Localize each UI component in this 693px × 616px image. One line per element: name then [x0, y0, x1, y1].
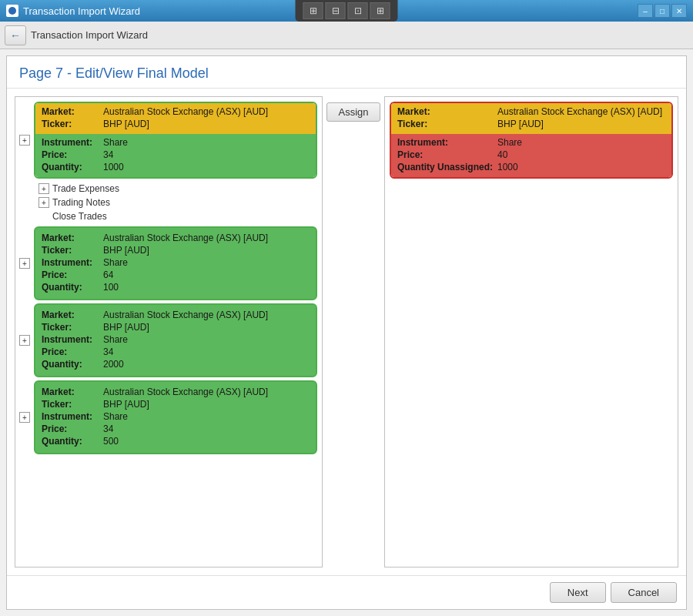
market-value-1: Australian Stock Exchange (ASX) [AUD]: [103, 106, 268, 117]
content-area: + Market: Australian Stock Exchange (ASX…: [7, 89, 686, 575]
right-instrument-value: Share: [497, 137, 522, 148]
next-button[interactable]: Next: [550, 582, 606, 603]
market-value-4: Australian Stock Exchange (ASX) [AUD]: [103, 387, 268, 397]
toolbar: ← Transaction Import Wizard: [0, 22, 693, 49]
cancel-button[interactable]: Cancel: [611, 582, 677, 603]
instrument-value-3: Share: [103, 334, 128, 345]
footer: Next Cancel: [7, 575, 686, 609]
market-value-3: Australian Stock Exchange (ASX) [AUD]: [103, 310, 268, 320]
trade-card-1[interactable]: Market: Australian Stock Exchange (ASX) …: [34, 102, 317, 179]
quantity-label-3: Quantity:: [42, 359, 103, 370]
price-label-3: Price:: [42, 346, 103, 357]
right-trade-card[interactable]: Market: Australian Stock Exchange (ASX) …: [390, 102, 673, 179]
instrument-label-3: Instrument:: [42, 334, 103, 345]
toolbar-icon-2[interactable]: ⊟: [326, 2, 346, 19]
assign-button[interactable]: Assign: [326, 102, 380, 122]
toolbar-icon-4[interactable]: ⊞: [370, 2, 390, 19]
right-market-label: Market:: [397, 106, 497, 117]
card3-container: + Market: Australian Stock Exchange (ASX…: [20, 303, 317, 377]
back-button[interactable]: ←: [5, 25, 26, 45]
tree-item-close-trades[interactable]: Close Trades: [35, 209, 317, 223]
toolbar-icon-1[interactable]: ⊞: [303, 2, 323, 19]
app-icon: [6, 5, 18, 17]
quantity-value-4: 500: [103, 436, 119, 447]
price-label-1: Price:: [42, 149, 103, 160]
trade-card-2[interactable]: Market: Australian Stock Exchange (ASX) …: [34, 226, 317, 300]
svg-point-0: [8, 7, 16, 15]
right-instrument-label: Instrument:: [397, 137, 497, 148]
ticker-value-4: BHP [AUD]: [103, 399, 149, 410]
right-market-value: Australian Stock Exchange (ASX) [AUD]: [497, 106, 662, 117]
card2-expand[interactable]: +: [19, 258, 30, 269]
quantity-value-2: 100: [103, 282, 119, 293]
card1-expand[interactable]: +: [19, 135, 30, 146]
market-label-4: Market:: [42, 387, 103, 397]
right-ticker-label: Ticker:: [397, 119, 497, 129]
quantity-value-1: 1000: [103, 162, 124, 172]
right-quantity-unassigned-label: Quantity Unassigned:: [397, 162, 497, 172]
ticker-label-1: Ticker:: [42, 119, 103, 129]
expand-trading-notes[interactable]: +: [38, 197, 49, 208]
close-trades-label: Close Trades: [52, 211, 107, 222]
tree-section: + Trade Expenses + Trading Notes Close T…: [20, 182, 317, 223]
market-label-1: Market:: [42, 106, 103, 117]
market-label-3: Market:: [42, 310, 103, 320]
card3-expand[interactable]: +: [19, 335, 30, 346]
close-button[interactable]: ✕: [671, 4, 687, 18]
toolbar-icon-3[interactable]: ⊡: [348, 2, 368, 19]
ticker-value-2: BHP [AUD]: [103, 245, 149, 256]
tree-item-trading-notes[interactable]: + Trading Notes: [35, 196, 317, 209]
page-header: Page 7 - Edit/View Final Model: [7, 56, 686, 89]
instrument-value-4: Share: [103, 411, 128, 422]
quantity-label-4: Quantity:: [42, 436, 103, 447]
card2-container: + Market: Australian Stock Exchange (ASX…: [20, 226, 317, 300]
card4-expand[interactable]: +: [19, 412, 30, 423]
price-value-3: 34: [103, 346, 113, 357]
instrument-value-2: Share: [103, 257, 128, 268]
card1-container: + Market: Australian Stock Exchange (ASX…: [20, 102, 317, 179]
right-price-label: Price:: [397, 149, 497, 160]
instrument-label-1: Instrument:: [42, 137, 103, 148]
price-value-2: 64: [103, 270, 113, 280]
middle-panel: Assign: [323, 96, 384, 567]
main-window: Page 7 - Edit/View Final Model + Market:…: [6, 55, 687, 610]
tree-item-trade-expenses[interactable]: + Trade Expenses: [35, 182, 317, 196]
right-ticker-value: BHP [AUD]: [497, 119, 544, 129]
page-title: Page 7 - Edit/View Final Model: [19, 65, 674, 82]
left-panel: + Market: Australian Stock Exchange (ASX…: [15, 96, 323, 567]
ticker-value-1: BHP [AUD]: [103, 119, 149, 129]
instrument-value-1: Share: [103, 137, 128, 148]
window-title: Transaction Import Wizard: [23, 5, 140, 17]
price-value-1: 34: [103, 149, 113, 160]
right-panel: Market: Australian Stock Exchange (ASX) …: [384, 96, 678, 567]
toolbar-title: Transaction Import Wizard: [31, 29, 148, 41]
trade-card-4[interactable]: Market: Australian Stock Exchange (ASX) …: [34, 380, 317, 454]
ticker-value-3: BHP [AUD]: [103, 322, 149, 333]
right-price-value: 40: [497, 149, 507, 160]
expand-trade-expenses[interactable]: +: [38, 183, 49, 194]
market-value-2: Australian Stock Exchange (ASX) [AUD]: [103, 233, 268, 243]
price-label-4: Price:: [42, 424, 103, 434]
trade-expenses-label: Trade Expenses: [52, 183, 119, 194]
trading-notes-label: Trading Notes: [52, 197, 110, 208]
quantity-label-1: Quantity:: [42, 162, 103, 172]
minimize-button[interactable]: –: [638, 4, 653, 18]
trade-card-3[interactable]: Market: Australian Stock Exchange (ASX) …: [34, 303, 317, 377]
maximize-button[interactable]: □: [654, 4, 670, 18]
price-value-4: 34: [103, 424, 113, 434]
card4-container: + Market: Australian Stock Exchange (ASX…: [20, 380, 317, 454]
ticker-label-2: Ticker:: [42, 245, 103, 256]
quantity-label-2: Quantity:: [42, 282, 103, 293]
market-label-2: Market:: [42, 233, 103, 243]
ticker-label-4: Ticker:: [42, 399, 103, 410]
instrument-label-2: Instrument:: [42, 257, 103, 268]
right-quantity-unassigned-value: 1000: [497, 162, 518, 172]
price-label-2: Price:: [42, 270, 103, 280]
quantity-value-3: 2000: [103, 359, 124, 370]
ticker-label-3: Ticker:: [42, 322, 103, 333]
instrument-label-4: Instrument:: [42, 411, 103, 422]
